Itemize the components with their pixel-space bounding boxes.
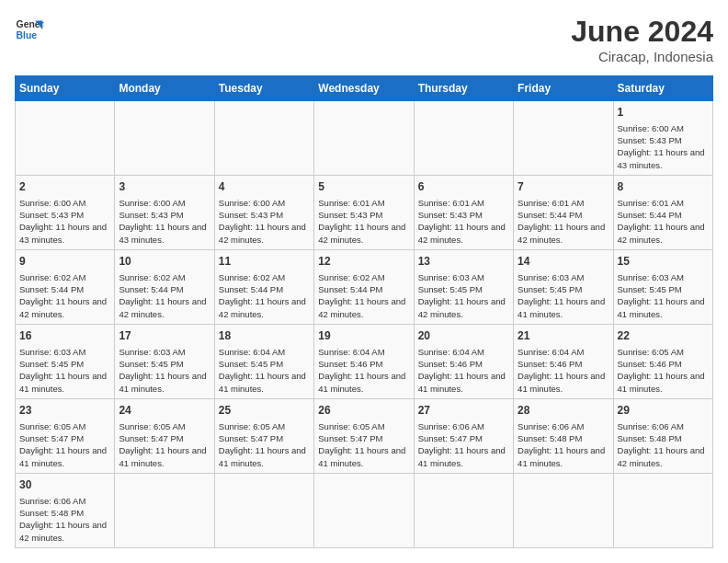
day-info: Sunrise: 6:03 AMSunset: 5:45 PMDaylight:… bbox=[119, 346, 210, 395]
day-info: Sunrise: 6:04 AMSunset: 5:46 PMDaylight:… bbox=[518, 346, 609, 395]
day-info: Sunrise: 6:00 AMSunset: 5:43 PMDaylight:… bbox=[119, 197, 210, 246]
calendar-cell: 13Sunrise: 6:03 AMSunset: 5:45 PMDayligh… bbox=[414, 249, 513, 324]
calendar-cell: 28Sunrise: 6:06 AMSunset: 5:48 PMDayligh… bbox=[514, 398, 613, 473]
day-info: Sunrise: 6:00 AMSunset: 5:43 PMDaylight:… bbox=[618, 122, 709, 171]
month-title: June 2024 bbox=[571, 15, 713, 49]
calendar-week-row: 1Sunrise: 6:00 AMSunset: 5:43 PMDaylight… bbox=[16, 101, 713, 176]
day-number: 11 bbox=[219, 254, 310, 270]
calendar-cell: 19Sunrise: 6:04 AMSunset: 5:46 PMDayligh… bbox=[314, 324, 414, 398]
logo: General Blue bbox=[15, 15, 44, 44]
weekday-header: Friday bbox=[514, 76, 613, 101]
day-info: Sunrise: 6:06 AMSunset: 5:48 PMDaylight:… bbox=[618, 420, 709, 469]
calendar-cell: 29Sunrise: 6:06 AMSunset: 5:48 PMDayligh… bbox=[613, 398, 712, 473]
day-number: 13 bbox=[418, 254, 509, 270]
calendar-cell: 9Sunrise: 6:02 AMSunset: 5:44 PMDaylight… bbox=[16, 249, 115, 324]
calendar-week-row: 16Sunrise: 6:03 AMSunset: 5:45 PMDayligh… bbox=[16, 324, 713, 398]
day-info: Sunrise: 6:02 AMSunset: 5:44 PMDaylight:… bbox=[19, 271, 110, 320]
weekday-header: Tuesday bbox=[214, 76, 313, 101]
location: Ciracap, Indonesia bbox=[571, 49, 713, 64]
calendar-cell: 12Sunrise: 6:02 AMSunset: 5:44 PMDayligh… bbox=[314, 249, 414, 324]
day-number: 20 bbox=[418, 328, 509, 344]
calendar-week-row: 2Sunrise: 6:00 AMSunset: 5:43 PMDaylight… bbox=[16, 175, 713, 249]
day-number: 14 bbox=[518, 254, 609, 270]
day-info: Sunrise: 6:01 AMSunset: 5:43 PMDaylight:… bbox=[318, 197, 409, 246]
calendar-cell: 11Sunrise: 6:02 AMSunset: 5:44 PMDayligh… bbox=[214, 249, 313, 324]
day-number: 9 bbox=[19, 254, 110, 270]
day-info: Sunrise: 6:01 AMSunset: 5:44 PMDaylight:… bbox=[518, 197, 609, 246]
day-number: 30 bbox=[19, 477, 110, 493]
day-number: 22 bbox=[618, 328, 709, 344]
day-info: Sunrise: 6:06 AMSunset: 5:48 PMDaylight:… bbox=[518, 420, 609, 469]
day-number: 1 bbox=[618, 105, 709, 121]
day-info: Sunrise: 6:03 AMSunset: 5:45 PMDaylight:… bbox=[19, 346, 110, 395]
calendar-cell: 23Sunrise: 6:05 AMSunset: 5:47 PMDayligh… bbox=[16, 398, 115, 473]
day-number: 28 bbox=[518, 403, 609, 419]
calendar-cell: 16Sunrise: 6:03 AMSunset: 5:45 PMDayligh… bbox=[16, 324, 115, 398]
calendar-cell bbox=[314, 473, 414, 547]
day-info: Sunrise: 6:06 AMSunset: 5:48 PMDaylight:… bbox=[19, 495, 110, 544]
weekday-header: Wednesday bbox=[314, 76, 414, 101]
calendar-cell bbox=[314, 101, 414, 176]
calendar-cell: 8Sunrise: 6:01 AMSunset: 5:44 PMDaylight… bbox=[613, 175, 712, 249]
calendar-cell: 24Sunrise: 6:05 AMSunset: 5:47 PMDayligh… bbox=[115, 398, 214, 473]
day-info: Sunrise: 6:00 AMSunset: 5:43 PMDaylight:… bbox=[19, 197, 110, 246]
calendar-cell: 25Sunrise: 6:05 AMSunset: 5:47 PMDayligh… bbox=[214, 398, 313, 473]
calendar-cell: 2Sunrise: 6:00 AMSunset: 5:43 PMDaylight… bbox=[16, 175, 115, 249]
day-number: 6 bbox=[418, 179, 509, 195]
day-number: 16 bbox=[19, 328, 110, 344]
weekday-header-row: SundayMondayTuesdayWednesdayThursdayFrid… bbox=[16, 76, 713, 101]
day-info: Sunrise: 6:02 AMSunset: 5:44 PMDaylight:… bbox=[318, 271, 409, 320]
day-number: 3 bbox=[119, 179, 210, 195]
calendar-cell: 14Sunrise: 6:03 AMSunset: 5:45 PMDayligh… bbox=[514, 249, 613, 324]
day-number: 7 bbox=[518, 179, 609, 195]
day-info: Sunrise: 6:00 AMSunset: 5:43 PMDaylight:… bbox=[219, 197, 310, 246]
calendar-cell: 21Sunrise: 6:04 AMSunset: 5:46 PMDayligh… bbox=[514, 324, 613, 398]
calendar-cell: 15Sunrise: 6:03 AMSunset: 5:45 PMDayligh… bbox=[613, 249, 712, 324]
calendar-cell: 6Sunrise: 6:01 AMSunset: 5:43 PMDaylight… bbox=[414, 175, 513, 249]
logo-icon: General Blue bbox=[15, 15, 44, 44]
day-info: Sunrise: 6:03 AMSunset: 5:45 PMDaylight:… bbox=[618, 271, 709, 320]
day-number: 21 bbox=[518, 328, 609, 344]
calendar-cell bbox=[514, 473, 613, 547]
calendar-week-row: 23Sunrise: 6:05 AMSunset: 5:47 PMDayligh… bbox=[16, 398, 713, 473]
day-info: Sunrise: 6:05 AMSunset: 5:47 PMDaylight:… bbox=[219, 420, 310, 469]
calendar-cell: 17Sunrise: 6:03 AMSunset: 5:45 PMDayligh… bbox=[115, 324, 214, 398]
weekday-header: Monday bbox=[115, 76, 214, 101]
day-info: Sunrise: 6:01 AMSunset: 5:44 PMDaylight:… bbox=[618, 197, 709, 246]
day-number: 23 bbox=[19, 403, 110, 419]
day-number: 12 bbox=[318, 254, 409, 270]
day-info: Sunrise: 6:02 AMSunset: 5:44 PMDaylight:… bbox=[119, 271, 210, 320]
day-number: 25 bbox=[219, 403, 310, 419]
day-number: 29 bbox=[618, 403, 709, 419]
day-number: 4 bbox=[219, 179, 310, 195]
day-info: Sunrise: 6:05 AMSunset: 5:47 PMDaylight:… bbox=[119, 420, 210, 469]
day-number: 15 bbox=[618, 254, 709, 270]
day-info: Sunrise: 6:03 AMSunset: 5:45 PMDaylight:… bbox=[418, 271, 509, 320]
calendar-week-row: 30Sunrise: 6:06 AMSunset: 5:48 PMDayligh… bbox=[16, 473, 713, 547]
calendar-cell: 26Sunrise: 6:05 AMSunset: 5:47 PMDayligh… bbox=[314, 398, 414, 473]
day-info: Sunrise: 6:03 AMSunset: 5:45 PMDaylight:… bbox=[518, 271, 609, 320]
calendar-cell bbox=[115, 101, 214, 176]
calendar-cell bbox=[613, 473, 712, 547]
calendar-cell bbox=[514, 101, 613, 176]
day-info: Sunrise: 6:02 AMSunset: 5:44 PMDaylight:… bbox=[219, 271, 310, 320]
weekday-header: Sunday bbox=[16, 76, 115, 101]
calendar-cell: 4Sunrise: 6:00 AMSunset: 5:43 PMDaylight… bbox=[214, 175, 313, 249]
day-info: Sunrise: 6:01 AMSunset: 5:43 PMDaylight:… bbox=[418, 197, 509, 246]
day-number: 19 bbox=[318, 328, 409, 344]
calendar-cell: 27Sunrise: 6:06 AMSunset: 5:47 PMDayligh… bbox=[414, 398, 513, 473]
weekday-header: Thursday bbox=[414, 76, 513, 101]
day-number: 26 bbox=[318, 403, 409, 419]
calendar-cell: 30Sunrise: 6:06 AMSunset: 5:48 PMDayligh… bbox=[16, 473, 115, 547]
calendar-cell bbox=[16, 101, 115, 176]
day-info: Sunrise: 6:05 AMSunset: 5:47 PMDaylight:… bbox=[318, 420, 409, 469]
day-number: 18 bbox=[219, 328, 310, 344]
calendar-cell: 5Sunrise: 6:01 AMSunset: 5:43 PMDaylight… bbox=[314, 175, 414, 249]
calendar-cell: 1Sunrise: 6:00 AMSunset: 5:43 PMDaylight… bbox=[613, 101, 712, 176]
day-info: Sunrise: 6:04 AMSunset: 5:46 PMDaylight:… bbox=[318, 346, 409, 395]
calendar-week-row: 9Sunrise: 6:02 AMSunset: 5:44 PMDaylight… bbox=[16, 249, 713, 324]
day-number: 2 bbox=[19, 179, 110, 195]
day-info: Sunrise: 6:04 AMSunset: 5:45 PMDaylight:… bbox=[219, 346, 310, 395]
calendar-cell: 3Sunrise: 6:00 AMSunset: 5:43 PMDaylight… bbox=[115, 175, 214, 249]
day-info: Sunrise: 6:05 AMSunset: 5:46 PMDaylight:… bbox=[618, 346, 709, 395]
